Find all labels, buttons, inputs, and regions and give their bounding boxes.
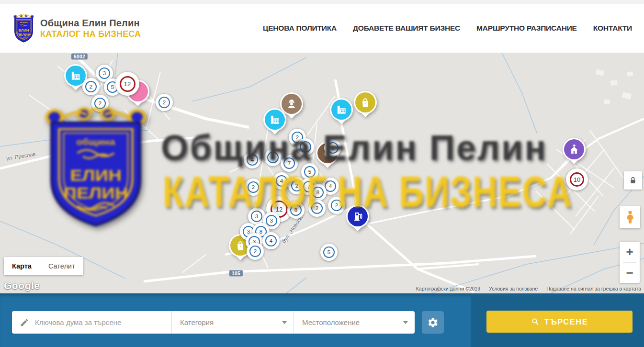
map-cluster-2[interactable]: 2 <box>82 78 100 95</box>
cluster-count: 8 <box>290 204 302 216</box>
street-view-pegman-button[interactable] <box>620 206 640 228</box>
factory-icon <box>335 103 348 116</box>
nav-item-pricing[interactable]: ЦЕНОВА ПОЛИТИКА <box>263 24 337 33</box>
attribution-terms-link[interactable]: Условия за ползване <box>489 286 538 291</box>
main-nav: ЦЕНОВА ПОЛИТИКА ДОБАВЕТЕ ВАШИЯТ БИЗНЕС М… <box>263 24 632 33</box>
map-pin-church-icon[interactable] <box>562 138 586 167</box>
keyword-search-input[interactable] <box>35 318 166 326</box>
map-cluster-2[interactable]: 2 <box>245 179 262 196</box>
chevron-down-icon <box>282 321 287 324</box>
map-cluster-4[interactable]: 4 <box>262 232 280 249</box>
map-cluster-4[interactable]: 4 <box>273 172 290 190</box>
chevron-down-icon <box>403 321 408 324</box>
map-type-control: Карта Сателит <box>4 257 83 275</box>
attribution-report-link[interactable]: Подаване на сигнал за грешка в картата <box>546 286 641 291</box>
map-pin-factory-icon[interactable] <box>329 98 353 127</box>
keyword-field[interactable] <box>12 311 171 334</box>
cluster-count: 5 <box>327 142 339 154</box>
map-cluster-5[interactable]: 5 <box>320 244 338 261</box>
google-logo[interactable]: Google <box>4 280 40 291</box>
map-type-map-button[interactable]: Карта <box>4 257 40 275</box>
pegman-icon <box>624 210 636 224</box>
cluster-count: 5 <box>304 166 316 178</box>
search-submit-label: ТЪРСЕНЕ <box>544 317 588 326</box>
cluster-count: 3 <box>266 215 277 226</box>
map-cluster-2[interactable]: 2 <box>156 94 173 111</box>
map-cluster-2[interactable]: 2 <box>308 200 326 217</box>
cluster-count: 2 <box>331 200 342 211</box>
map-type-satellite-button[interactable]: Сателит <box>40 257 83 275</box>
worker-icon <box>285 98 298 110</box>
cluster-count: 12 <box>120 76 136 92</box>
cluster-count: 8 <box>312 187 324 198</box>
cluster-count: 2 <box>249 246 261 257</box>
map-canvas[interactable]: 6002105ул. Преславбул. „Новоселция <box>0 53 644 293</box>
cluster-count: 3 <box>251 211 262 222</box>
map-cluster-10[interactable]: 10 <box>566 168 588 190</box>
zoom-out-button[interactable]: − <box>620 263 640 283</box>
road-label: 6002 <box>71 54 88 60</box>
municipality-crest-icon <box>12 13 35 44</box>
map-cluster-5[interactable]: 5 <box>324 139 341 157</box>
map-cluster-6[interactable]: 6 <box>264 149 282 166</box>
cluster-count: 3 <box>300 141 311 153</box>
search-submit-button[interactable]: ТЪРСЕНЕ <box>486 311 633 333</box>
lock-button[interactable] <box>624 171 642 190</box>
zoom-control: + − <box>620 242 640 283</box>
cluster-count: 7 <box>283 157 295 169</box>
map-cluster-4[interactable]: 4 <box>244 151 261 168</box>
attribution-data: Картографски данни ©2019 <box>416 286 480 291</box>
factory-icon <box>69 69 82 82</box>
cluster-count: 6 <box>267 152 279 163</box>
site-subtitle: КАТАЛОГ НА БИЗНЕСА <box>40 29 141 39</box>
search-bar: Категория Местоположение ТЪРСЕНЕ <box>0 293 644 347</box>
cluster-count: 2 <box>248 181 259 193</box>
zoom-in-button[interactable]: + <box>620 242 640 262</box>
cluster-count: 2 <box>158 97 170 108</box>
cluster-count: 2 <box>85 81 97 92</box>
map-pin-fuel-icon[interactable] <box>346 205 370 234</box>
map-cluster-3[interactable]: 3 <box>297 138 314 156</box>
road-label: 105 <box>229 270 243 277</box>
category-dropdown-label: Категория <box>180 318 214 326</box>
pencil-icon <box>20 318 29 327</box>
cluster-count: 10 <box>570 172 584 187</box>
header-top-strip <box>0 0 644 4</box>
gear-icon <box>427 317 439 328</box>
factory-icon <box>269 113 281 126</box>
search-field-group: Категория Местоположение <box>12 311 415 334</box>
cluster-count: 3 <box>99 67 110 79</box>
location-dropdown[interactable]: Местоположение <box>294 311 415 334</box>
map-pin-factory-icon[interactable] <box>263 108 287 137</box>
fuel-icon <box>351 210 364 223</box>
shopping-bag-icon <box>234 239 247 252</box>
location-dropdown-label: Местоположение <box>302 318 360 326</box>
map-cluster-8[interactable]: 8 <box>309 184 327 201</box>
advanced-settings-button[interactable] <box>422 311 444 334</box>
map-cluster-7[interactable]: 7 <box>281 155 298 172</box>
site-logo[interactable]: Община Елин Пелин КАТАЛОГ НА БИЗНЕСА <box>12 13 141 44</box>
nav-item-add-business[interactable]: ДОБАВЕТЕ ВАШИЯТ БИЗНЕС <box>353 24 460 33</box>
site-title: Община Елин Пелин <box>40 17 141 29</box>
cluster-count: 4 <box>276 175 287 187</box>
map-cluster-2[interactable]: 2 <box>328 197 345 214</box>
map-attribution: Картографски данни ©2019 Условия за полз… <box>416 286 641 291</box>
church-icon <box>568 143 580 156</box>
nav-item-contacts[interactable]: КОНТАКТИ <box>593 24 632 33</box>
shopping-bag-icon <box>359 96 372 109</box>
cluster-count: 2 <box>94 98 106 109</box>
header: Община Елин Пелин КАТАЛОГ НА БИЗНЕСА ЦЕН… <box>0 0 644 53</box>
cluster-count: 4 <box>265 235 277 246</box>
nav-item-route-schedule[interactable]: МАРШРУТНО РАЗПИСАНИЕ <box>476 24 577 33</box>
search-icon <box>531 317 540 326</box>
category-dropdown[interactable]: Категория <box>171 311 294 334</box>
map-cluster-8[interactable]: 8 <box>287 201 305 219</box>
cluster-count: 5 <box>323 246 335 258</box>
map-cluster-12[interactable]: 12 <box>115 72 139 96</box>
cluster-count: 4 <box>247 154 258 166</box>
cluster-count: 2 <box>311 202 323 214</box>
lock-icon <box>628 175 638 186</box>
map-cluster-2[interactable]: 2 <box>91 95 109 112</box>
map-pin-shopping-bag-icon[interactable] <box>353 91 377 120</box>
map-cluster-2[interactable]: 2 <box>247 243 264 260</box>
